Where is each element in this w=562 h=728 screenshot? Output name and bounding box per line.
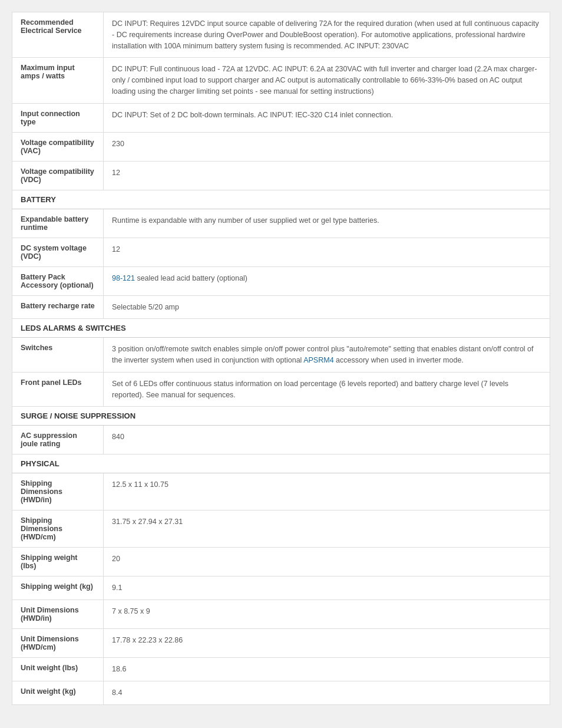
spec-value: 3 position on/off/remote switch enables … [104,338,550,373]
spec-label: Unit weight (lbs) [12,658,104,681]
section-header-physical: PHYSICAL [12,454,550,473]
spec-label: Expandable battery runtime [12,209,104,238]
spec-label: Unit Dimensions (HWD/in) [12,600,104,629]
spec-value: 31.75 x 27.94 x 27.31 [104,510,550,548]
spec-value: 12.5 x 11 x 10.75 [104,473,550,510]
spec-label: Shipping Dimensions (HWD/cm) [12,510,104,548]
spec-value: 230 [104,132,550,161]
spec-value: 98-121 sealed lead acid battery (optiona… [104,266,550,295]
spec-value: 840 [104,426,550,454]
spec-label: AC suppression joule rating [12,426,104,454]
spec-value: 12 [104,238,550,266]
spec-label: Front panel LEDs [12,372,104,407]
section-header-surge-/-noise-suppression: SURGE / NOISE SUPPRESSION [12,407,550,426]
spec-label: Recommended Electrical Service [12,12,104,58]
spec-label: Battery recharge rate [12,295,104,319]
spec-label: Voltage compatibility (VDC) [12,161,104,190]
spec-value: 12 [104,161,550,190]
spec-label: Shipping Dimensions (HWD/in) [12,473,104,510]
spec-label: Battery Pack Accessory (optional) [12,266,104,295]
spec-label: DC system voltage (VDC) [12,238,104,266]
spec-value: 20 [104,548,550,577]
section-header-battery: BATTERY [12,190,550,209]
spec-table: Recommended Electrical ServiceDC INPUT: … [12,12,550,705]
spec-label: Shipping weight (lbs) [12,548,104,577]
apsrm4-link[interactable]: APSRM4 [303,356,333,364]
spec-label: Unit weight (kg) [12,681,104,704]
spec-label: Maximum input amps / watts [12,58,104,103]
spec-value: Selectable 5/20 amp [104,295,550,319]
spec-label: Switches [12,338,104,373]
spec-value: 7 x 8.75 x 9 [104,600,550,629]
spec-value: Runtime is expandable with any number of… [104,209,550,238]
spec-value: 17.78 x 22.23 x 22.86 [104,629,550,658]
spec-value: 8.4 [104,681,550,704]
spec-value: DC INPUT: Requires 12VDC input source ca… [104,12,550,58]
spec-value: 18.6 [104,658,550,681]
spec-label: Shipping weight (kg) [12,577,104,600]
section-header-leds-alarms-&-switches: LEDS ALARMS & SWITCHES [12,319,550,338]
spec-value: 9.1 [104,577,550,600]
spec-value: Set of 6 LEDs offer continuous status in… [104,372,550,407]
spec-label: Input connection type [12,103,104,132]
spec-value: DC INPUT: Full continuous load - 72A at … [104,58,550,103]
spec-label: Voltage compatibility (VAC) [12,132,104,161]
battery-pack-link[interactable]: 98-121 [112,274,135,282]
spec-value: DC INPUT: Set of 2 DC bolt-down terminal… [104,103,550,132]
spec-label: Unit Dimensions (HWD/cm) [12,629,104,658]
